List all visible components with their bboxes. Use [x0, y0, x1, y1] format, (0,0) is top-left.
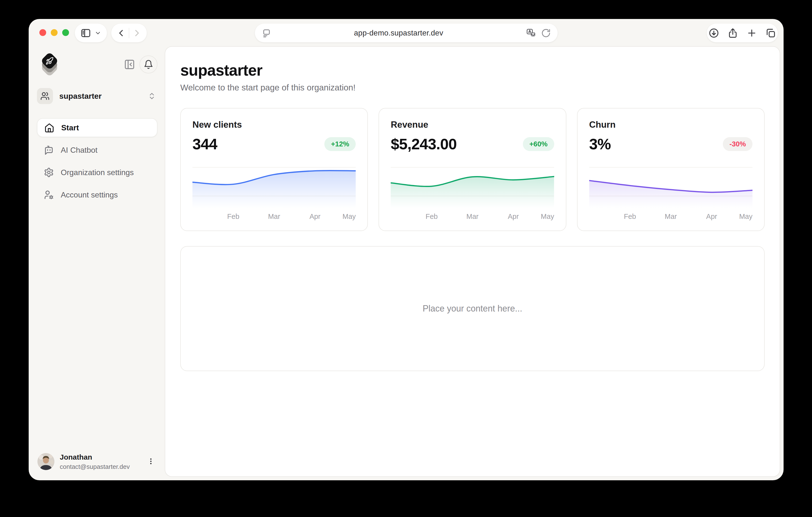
traffic-lights	[39, 29, 69, 36]
x-tick: Feb	[426, 213, 438, 221]
x-tick: Apr	[508, 213, 519, 221]
browser-window: app-demo.supastarter.dev	[29, 19, 784, 480]
x-tick: Feb	[624, 213, 636, 221]
user-menu-button[interactable]	[144, 455, 157, 469]
minimize-window-button[interactable]	[51, 29, 58, 36]
supastarter-logo	[37, 51, 62, 75]
stat-card-value: $5,243.00	[391, 135, 457, 153]
history-nav-group	[111, 24, 147, 42]
x-axis-labels: Feb Mar Apr May	[391, 211, 554, 221]
ellipsis-vertical-icon	[147, 457, 155, 465]
url-text[interactable]: app-demo.supastarter.dev	[271, 29, 526, 37]
x-tick: May	[739, 213, 752, 221]
gear-icon	[44, 167, 54, 178]
stat-card-revenue: Revenue $5,243.00 +60% Feb Mar Apr May	[379, 108, 566, 231]
home-icon	[44, 123, 54, 133]
sparkline-chart: Feb Mar Apr May	[193, 167, 356, 221]
organization-name: supastarter	[59, 92, 102, 101]
placeholder-text: Place your content here...	[423, 303, 522, 314]
downloads-button[interactable]	[708, 28, 719, 38]
sidebar-item-ai-chatbot[interactable]: AI Chatbot	[37, 141, 157, 160]
chevron-left-icon	[116, 28, 126, 38]
notifications-button[interactable]	[140, 55, 157, 74]
main-content-panel: supastarter Welcome to the start page of…	[165, 46, 780, 477]
bot-icon	[44, 145, 54, 155]
user-avatar	[37, 453, 54, 470]
divider	[129, 28, 129, 38]
browser-toolbar: app-demo.supastarter.dev	[29, 19, 784, 46]
panel-sidebar-icon	[80, 28, 91, 38]
x-tick: Mar	[466, 213, 478, 221]
sidebar-menu-chevron-button[interactable]	[94, 30, 101, 36]
stat-card-title: Revenue	[391, 120, 554, 130]
organization-selector[interactable]: supastarter	[37, 88, 157, 104]
x-tick: Feb	[227, 213, 239, 221]
sparkline-chart: Feb Mar Apr May	[589, 167, 752, 221]
user-menu[interactable]: Jonathan contact@supastarter.dev	[37, 453, 157, 470]
x-tick: May	[343, 213, 356, 221]
tab-overview-button[interactable]	[765, 28, 776, 38]
x-tick: Apr	[310, 213, 320, 221]
stats-cards-row: New clients 344 +12% Feb Mar Apr May	[180, 108, 764, 231]
stat-card-title: Churn	[589, 120, 752, 130]
stat-card-value: 344	[193, 135, 217, 153]
user-gear-icon	[44, 190, 54, 200]
plus-icon	[746, 28, 757, 38]
sidebar-item-label: Organization settings	[61, 168, 134, 177]
x-tick: May	[541, 213, 554, 221]
address-bar[interactable]: app-demo.supastarter.dev	[255, 24, 558, 42]
app-frame: supastarter Start	[29, 46, 784, 480]
sidebar-item-organization-settings[interactable]: Organization settings	[37, 163, 157, 182]
bell-icon	[144, 60, 153, 69]
trend-badge: +12%	[324, 137, 356, 151]
x-axis-labels: Feb Mar Apr May	[193, 211, 356, 221]
chevrons-up-down-icon	[148, 92, 156, 100]
trend-badge: -30%	[723, 137, 752, 151]
chevron-right-icon	[132, 28, 142, 38]
toggle-browser-sidebar-button[interactable]	[80, 28, 91, 38]
stat-card-value: 3%	[589, 135, 611, 153]
collapse-sidebar-button[interactable]	[124, 59, 135, 70]
x-tick: Mar	[268, 213, 280, 221]
share-icon	[727, 28, 738, 38]
download-icon	[708, 28, 719, 38]
chevron-down-icon	[94, 30, 101, 36]
sidebar-item-account-settings[interactable]: Account settings	[37, 185, 157, 204]
zoom-window-button[interactable]	[62, 29, 69, 36]
page-settings-icon[interactable]	[262, 28, 271, 38]
share-button[interactable]	[727, 28, 738, 38]
page-title: supastarter	[180, 61, 764, 79]
x-tick: Apr	[706, 213, 717, 221]
trend-badge: +60%	[523, 137, 554, 151]
sidebar-nav: Start AI Chatbot	[37, 118, 157, 204]
app-sidebar: supastarter Start	[29, 46, 165, 480]
sidebar-item-label: Account settings	[61, 190, 118, 199]
stat-card-title: New clients	[193, 120, 356, 130]
stat-card-new-clients: New clients 344 +12% Feb Mar Apr May	[180, 108, 368, 231]
sidebar-item-label: AI Chatbot	[61, 146, 97, 155]
panel-left-close-icon	[124, 59, 135, 70]
x-tick: Mar	[665, 213, 677, 221]
close-window-button[interactable]	[39, 29, 46, 36]
content-placeholder-card: Place your content here...	[180, 246, 764, 371]
back-button[interactable]	[116, 28, 126, 38]
organization-avatar	[37, 88, 53, 104]
forward-button[interactable]	[132, 28, 142, 38]
user-name: Jonathan	[60, 453, 130, 462]
sidebar-item-start[interactable]: Start	[37, 118, 157, 137]
window-actions-group	[707, 24, 778, 42]
sparkline-chart: Feb Mar Apr May	[391, 167, 554, 221]
sidebar-toggle-group	[75, 24, 107, 42]
x-axis-labels: Feb Mar Apr May	[589, 211, 752, 221]
new-tab-button[interactable]	[746, 28, 757, 38]
stat-card-churn: Churn 3% -30% Feb Mar Apr May	[577, 108, 764, 231]
page-subtitle: Welcome to the start page of this organi…	[180, 83, 764, 92]
reload-icon[interactable]	[541, 28, 551, 38]
translate-icon[interactable]	[526, 28, 536, 38]
tabs-icon	[765, 28, 776, 38]
sidebar-item-label: Start	[61, 123, 79, 132]
user-email: contact@supastarter.dev	[60, 463, 130, 471]
